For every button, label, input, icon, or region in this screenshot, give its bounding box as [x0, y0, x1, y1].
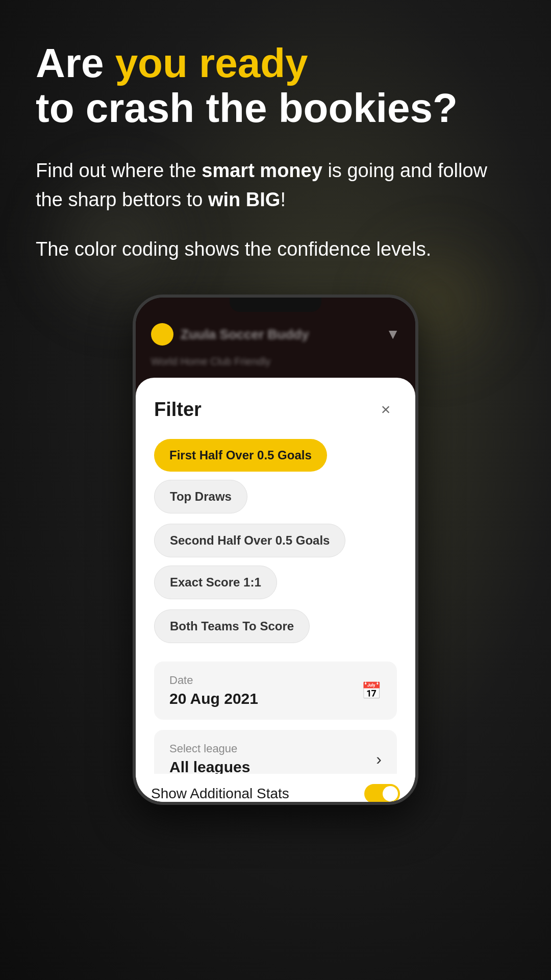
chip-top-draws[interactable]: Top Draws: [154, 480, 247, 513]
league-value: All leagues: [169, 758, 250, 776]
filter-title: Filter: [154, 399, 202, 421]
phone-notch: [230, 298, 321, 312]
phone-screen: Zuula Soccer Buddy ▼ World Home Club Fri…: [136, 298, 415, 802]
phone-container: Zuula Soccer Buddy ▼ World Home Club Fri…: [0, 295, 551, 805]
league-label: Select league: [169, 742, 250, 755]
phone-mockup: Zuula Soccer Buddy ▼ World Home Club Fri…: [133, 295, 418, 805]
headline-part2: to crash the bookies?: [36, 85, 458, 131]
chip-both-teams[interactable]: Both Teams To Score: [154, 609, 310, 643]
filter-modal: Filter × First Half Over 0.5 Goals Top D…: [136, 378, 415, 802]
close-button[interactable]: ×: [374, 398, 397, 421]
date-picker[interactable]: Date 20 Aug 2021 📅: [154, 662, 397, 720]
app-subtitle: World Home Club Friendly: [136, 356, 415, 378]
subtext-2: The color coding shows the confidence le…: [36, 235, 515, 264]
chips-row-2: Second Half Over 0.5 Goals Exact Score 1…: [154, 524, 397, 599]
additional-stats-toggle[interactable]: [364, 784, 400, 802]
main-headline: Are you readyto crash the bookies?: [36, 41, 515, 131]
phone-side-button-right: [417, 400, 418, 440]
app-title: Zuula Soccer Buddy: [181, 327, 309, 342]
subtext-1: Find out where the smart money is going …: [36, 156, 515, 214]
phone-side-button-left-1: [133, 379, 134, 410]
calendar-icon: 📅: [361, 681, 382, 700]
date-value: 20 Aug 2021: [169, 690, 258, 707]
date-picker-content: Date 20 Aug 2021: [169, 674, 258, 707]
app-icon: [151, 323, 173, 346]
headline-part1: Are: [36, 40, 115, 86]
phone-side-button-left-2: [133, 425, 134, 476]
league-picker-content: Select league All leagues: [169, 742, 250, 776]
topbar-filter-icon[interactable]: ▼: [386, 326, 400, 342]
chip-second-half[interactable]: Second Half Over 0.5 Goals: [154, 524, 345, 557]
headline-highlight: you ready: [115, 40, 308, 86]
chip-first-half[interactable]: First Half Over 0.5 Goals: [154, 439, 327, 472]
additional-stats-label: Show Additional Stats: [151, 786, 289, 802]
toggle-knob: [383, 786, 398, 801]
additional-stats-row: Show Additional Stats: [136, 774, 415, 802]
chevron-right-icon: ›: [376, 750, 382, 769]
chip-exact-score[interactable]: Exact Score 1:1: [154, 566, 277, 599]
chips-row-3: Both Teams To Score: [154, 609, 397, 643]
app-title-area: Zuula Soccer Buddy: [151, 323, 309, 346]
chips-row-1: First Half Over 0.5 Goals Top Draws: [154, 439, 397, 513]
date-label: Date: [169, 674, 258, 687]
filter-header: Filter ×: [154, 398, 397, 421]
